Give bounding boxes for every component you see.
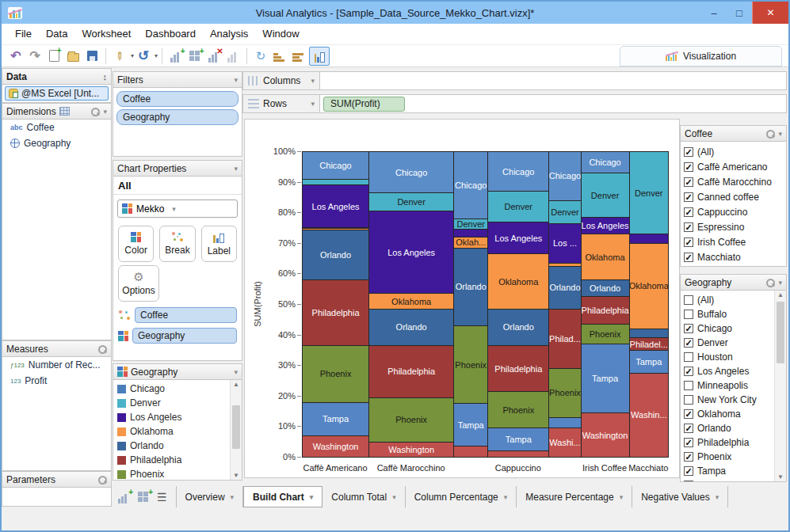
measure-item[interactable]: ƒ123Number of Rec... bbox=[2, 357, 111, 373]
measures-search-icon[interactable] bbox=[97, 344, 107, 354]
menu-item-window[interactable]: Window bbox=[255, 24, 306, 44]
mekko-segment[interactable]: Denver bbox=[629, 151, 669, 234]
tab-measure-percentage[interactable]: Measure Percentage▾ bbox=[517, 486, 632, 507]
mekko-segment[interactable]: Oklah... bbox=[453, 237, 488, 249]
dimension-item[interactable]: abcCoffee bbox=[2, 120, 111, 135]
checkbox-unchecked-icon[interactable] bbox=[684, 381, 693, 390]
maximize-button[interactable]: □ bbox=[727, 2, 752, 24]
checkbox-checked-icon[interactable]: ✓ bbox=[684, 452, 693, 462]
checkbox-unchecked-icon[interactable] bbox=[684, 310, 693, 319]
filter-checkbox-item[interactable]: ✓Orlando bbox=[681, 421, 774, 435]
mekko-segment[interactable]: Philadelphia bbox=[302, 279, 369, 346]
tab-chevron-icon[interactable]: ▾ bbox=[310, 493, 314, 501]
save-icon[interactable] bbox=[83, 48, 101, 65]
tab-chevron-icon[interactable]: ▾ bbox=[620, 493, 624, 501]
mekko-segment[interactable] bbox=[487, 450, 549, 458]
menu-item-data[interactable]: Data bbox=[39, 24, 74, 44]
scroll-down-icon[interactable]: ▼ bbox=[231, 472, 242, 479]
checkbox-checked-icon[interactable]: ✓ bbox=[684, 192, 693, 202]
geography-filter-header[interactable]: Geography ▾ bbox=[680, 274, 787, 291]
mekko-segment[interactable]: Los Angeles bbox=[581, 217, 630, 234]
refresh-dropdown-icon[interactable]: ▾ bbox=[155, 52, 158, 59]
filter-checkbox-item[interactable]: ✓Tampa bbox=[681, 464, 774, 478]
updown-icon[interactable]: ↕ bbox=[103, 72, 108, 82]
mekko-segment[interactable]: Phoenix bbox=[548, 368, 581, 418]
scroll-up-icon[interactable]: ▲ bbox=[775, 291, 786, 298]
rows-shelf-field[interactable]: SUM(Profit) bbox=[320, 94, 787, 113]
filter-checkbox-item[interactable]: ✓Espressino bbox=[681, 219, 786, 234]
sheet-list-icon[interactable]: ☰ bbox=[157, 491, 166, 504]
chart-properties-header[interactable]: Chart Properties ▾ bbox=[113, 160, 242, 177]
break-button[interactable]: Break bbox=[159, 226, 195, 262]
legend-header[interactable]: Geography ▾ bbox=[113, 363, 242, 380]
mekko-segment[interactable]: Washington bbox=[368, 442, 454, 458]
checkbox-unchecked-icon[interactable] bbox=[684, 295, 693, 305]
checkbox-checked-icon[interactable]: ✓ bbox=[684, 162, 693, 172]
new-crosstab-sheet-icon[interactable]: + bbox=[137, 491, 151, 504]
geography-chevron-icon[interactable]: ▾ bbox=[778, 279, 782, 287]
mekko-segment[interactable]: Oklahoma bbox=[581, 234, 630, 280]
mekko-segment[interactable]: Chicago bbox=[548, 151, 581, 201]
checkbox-checked-icon[interactable]: ✓ bbox=[684, 147, 693, 157]
parameters-search-icon[interactable] bbox=[97, 475, 107, 484]
checkbox-checked-icon[interactable]: ✓ bbox=[684, 424, 693, 433]
mekko-segment[interactable]: Los Angeles bbox=[302, 184, 369, 228]
parameters-header[interactable]: Parameters bbox=[2, 471, 112, 488]
mekko-segment[interactable]: Orlando bbox=[368, 309, 454, 346]
tab-chevron-icon[interactable]: ▾ bbox=[231, 493, 235, 501]
filter-checkbox-item[interactable]: ✓Washington bbox=[681, 478, 774, 482]
tab-negative-values[interactable]: Negative Values▾ bbox=[632, 486, 728, 507]
mekko-segment[interactable]: Denver bbox=[453, 218, 488, 230]
dimensions-search-icon[interactable] bbox=[90, 107, 100, 116]
checkbox-checked-icon[interactable]: ✓ bbox=[684, 466, 693, 476]
mekko-segment[interactable] bbox=[548, 417, 581, 429]
mekko-segment[interactable]: Denver bbox=[548, 200, 581, 224]
mekko-segment[interactable]: Phoenix bbox=[453, 325, 488, 404]
mekko-segment[interactable]: Phoenix bbox=[302, 345, 369, 402]
table-icon[interactable] bbox=[59, 107, 70, 116]
mekko-segment[interactable]: Tampa bbox=[629, 350, 669, 374]
mekko-segment[interactable]: Philadelphia bbox=[581, 296, 630, 325]
mekko-segment[interactable]: Chicago bbox=[581, 151, 630, 173]
color-field-pill[interactable]: Geography bbox=[132, 328, 237, 344]
mekko-segment[interactable]: Orlando bbox=[453, 248, 488, 326]
dimensions-chevron-icon[interactable]: ▾ bbox=[103, 108, 107, 116]
mekko-segment[interactable]: Chicago bbox=[487, 151, 549, 192]
data-panel-header[interactable]: Data ↕ bbox=[2, 68, 112, 85]
filter-checkbox-item[interactable]: ✓Chicago bbox=[681, 321, 774, 336]
tab-build-chart[interactable]: Build Chart▾ bbox=[243, 486, 322, 507]
rotate-chart-icon[interactable]: ↻ bbox=[252, 48, 269, 65]
geography-scrollbar[interactable]: ▲ ▼ bbox=[774, 291, 786, 481]
design-dropdown-icon[interactable]: ▾ bbox=[131, 52, 134, 59]
columns-shelf-label[interactable]: Columns ▾ bbox=[242, 71, 320, 90]
checkbox-checked-icon[interactable]: ✓ bbox=[684, 338, 693, 348]
legend-chevron-icon[interactable]: ▾ bbox=[234, 368, 238, 376]
sort-bars-icon[interactable] bbox=[271, 48, 288, 65]
legend-item[interactable]: Oklahoma bbox=[113, 424, 230, 439]
mekko-segment[interactable]: Orlando bbox=[302, 230, 369, 280]
new-chart-sheet-icon[interactable]: + bbox=[117, 491, 131, 504]
mekko-segment[interactable]: Tampa bbox=[453, 403, 488, 446]
mekko-segment[interactable]: Oklahoma bbox=[368, 293, 454, 309]
menu-item-worksheet[interactable]: Worksheet bbox=[74, 24, 138, 44]
filters-chevron-icon[interactable]: ▾ bbox=[234, 76, 238, 84]
filter-checkbox-item[interactable]: ✓Oklahoma bbox=[681, 407, 774, 421]
legend-scrollbar[interactable]: ▲ ▼ bbox=[230, 380, 242, 480]
coffee-chevron-icon[interactable]: ▾ bbox=[778, 130, 782, 138]
tab-chevron-icon[interactable]: ▾ bbox=[504, 493, 508, 501]
mekko-segment[interactable]: Orlando bbox=[487, 309, 549, 346]
filter-checkbox-item[interactable]: ✓Denver bbox=[681, 336, 774, 350]
mekko-segment[interactable]: Chicago bbox=[453, 151, 488, 219]
mekko-chart-selected-icon[interactable] bbox=[309, 47, 330, 66]
columns-shelf-field[interactable] bbox=[320, 71, 787, 90]
checkbox-checked-icon[interactable]: ✓ bbox=[684, 324, 693, 333]
tab-overview[interactable]: Overview▾ bbox=[176, 486, 244, 507]
chart-properties-chevron-icon[interactable]: ▾ bbox=[234, 165, 238, 173]
options-button[interactable]: ⚙ Options bbox=[118, 265, 159, 302]
new-document-icon[interactable] bbox=[45, 48, 63, 65]
mekko-segment[interactable]: Washi... bbox=[548, 428, 581, 458]
undo-icon[interactable]: ↶ bbox=[7, 48, 25, 65]
visualization-tab[interactable]: Visualization bbox=[620, 46, 782, 66]
mekko-segment[interactable]: Orlando bbox=[581, 279, 630, 297]
mekko-segment[interactable]: Tampa bbox=[487, 428, 549, 451]
